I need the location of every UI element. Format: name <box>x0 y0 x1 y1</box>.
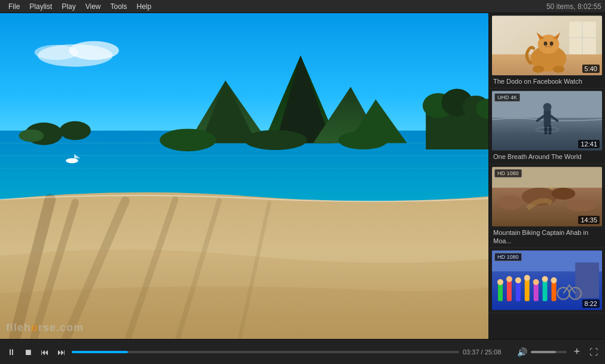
svg-point-3 <box>35 45 78 60</box>
svg-point-71 <box>533 279 539 285</box>
svg-rect-62 <box>498 283 503 301</box>
thumbnail-1: 5:40 <box>492 16 602 75</box>
thumbnail-3: HD 1080 14:35 <box>492 167 602 227</box>
svg-rect-70 <box>534 283 539 301</box>
svg-point-36 <box>533 66 545 73</box>
progress-fill <box>72 351 128 353</box>
pause-button[interactable]: ⏸ <box>5 345 18 359</box>
progress-bar[interactable] <box>72 351 459 353</box>
svg-point-10 <box>19 129 44 142</box>
svg-point-58 <box>545 182 547 185</box>
total-time: 25:08 <box>485 348 502 356</box>
svg-rect-48 <box>548 126 551 134</box>
duration-4: 8:22 <box>582 299 600 308</box>
svg-rect-61 <box>575 262 599 298</box>
svg-point-35 <box>549 42 553 46</box>
svg-point-44 <box>543 103 552 111</box>
duration-3: 14:35 <box>578 216 600 224</box>
svg-point-52 <box>498 195 522 210</box>
playlist-item[interactable]: UHD 4K 12:41 One Breath Around The World <box>489 88 605 164</box>
svg-point-65 <box>506 276 512 282</box>
menu-playlist[interactable]: Playlist <box>25 0 57 13</box>
stop-button[interactable]: ⏹ <box>22 345 35 359</box>
duration-1: 5:40 <box>582 65 600 73</box>
thumbnail-2: UHD 4K 12:41 <box>492 91 602 151</box>
svg-point-54 <box>566 200 596 212</box>
svg-rect-64 <box>507 280 512 301</box>
quality-2: UHD 4K <box>494 93 520 102</box>
menu-view[interactable]: View <box>81 0 106 13</box>
main-area: filehorse.com <box>0 13 605 339</box>
quality-3: HD 1080 <box>494 169 522 178</box>
volume-fill <box>531 351 556 353</box>
menu-tools[interactable]: Tools <box>106 0 132 13</box>
svg-rect-47 <box>545 126 548 134</box>
playlist-panel[interactable]: 5:40 The Dodo on Facebook Watch <box>488 13 605 339</box>
controls-bar: ⏸ ⏹ ⏮ ⏭ 03:37 / 25:08 🔊 + ⛶ <box>0 339 605 364</box>
svg-point-18 <box>245 130 307 151</box>
svg-rect-66 <box>516 282 521 301</box>
item-count: 50 items, 8:02:55 <box>546 2 601 11</box>
svg-point-9 <box>60 121 91 140</box>
playlist-item[interactable]: HD 1080 8:22 <box>489 248 605 313</box>
watermark: filehorse.com <box>6 322 84 334</box>
quality-4: HD 1080 <box>494 253 522 261</box>
fullscreen-button[interactable]: ⛶ <box>587 345 600 359</box>
svg-point-63 <box>497 279 503 285</box>
svg-point-55 <box>551 188 575 200</box>
svg-rect-68 <box>525 279 530 301</box>
svg-point-57 <box>559 183 561 186</box>
svg-point-17 <box>160 129 216 151</box>
svg-point-25 <box>66 158 78 163</box>
add-button[interactable]: + <box>570 345 583 359</box>
menu-play[interactable]: Play <box>57 0 80 13</box>
video-player[interactable]: filehorse.com <box>0 13 488 339</box>
svg-point-19 <box>338 131 389 149</box>
svg-rect-72 <box>543 280 548 301</box>
svg-rect-43 <box>544 109 551 127</box>
volume-button[interactable]: 🔊 <box>517 347 527 357</box>
menu-help[interactable]: Help <box>132 0 157 13</box>
svg-point-67 <box>515 277 521 283</box>
video-scene: filehorse.com <box>0 13 488 339</box>
item-title-3: Mountain Biking Captain Ahab in Moa... <box>492 228 602 246</box>
playlist-item[interactable]: 5:40 The Dodo on Facebook Watch <box>489 13 605 88</box>
svg-rect-74 <box>551 282 556 301</box>
thumbnail-4: HD 1080 8:22 <box>492 250 602 310</box>
next-button[interactable]: ⏭ <box>55 345 68 359</box>
item-title-1: The Dodo on Facebook Watch <box>492 77 602 85</box>
item-title-2: One Breath Around The World <box>492 152 602 161</box>
menu-file[interactable]: File <box>4 0 25 13</box>
duration-2: 12:41 <box>578 140 600 148</box>
svg-point-73 <box>542 276 548 282</box>
playlist-item[interactable]: HD 1080 14:35 Mountain Biking Captain Ah… <box>489 164 605 249</box>
svg-point-37 <box>552 66 564 73</box>
prev-button[interactable]: ⏮ <box>38 345 51 359</box>
svg-point-34 <box>544 42 548 46</box>
time-display: 03:37 / 25:08 <box>463 348 514 356</box>
svg-point-69 <box>524 275 530 281</box>
svg-point-75 <box>551 277 557 283</box>
volume-bar[interactable] <box>531 351 567 353</box>
current-time: 03:37 <box>463 348 479 356</box>
menu-bar: File Playlist Play View Tools Help 50 it… <box>0 0 605 13</box>
svg-point-56 <box>549 186 553 189</box>
